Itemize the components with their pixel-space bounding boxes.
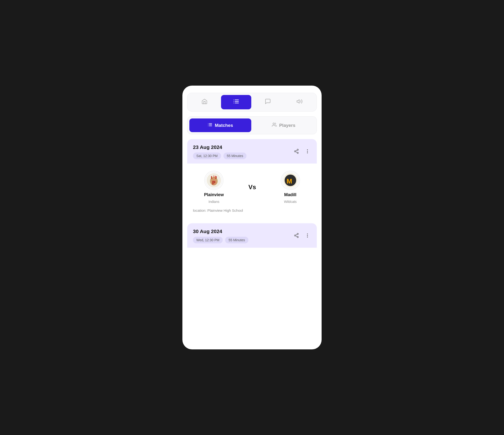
svg-marker-6 — [297, 100, 299, 103]
share-button-2[interactable] — [293, 232, 300, 240]
phone-container: Matches Players 23 Aug 2024 Sat, 12:30 P… — [182, 86, 322, 349]
match-1-duration: 55 Minutes — [224, 153, 246, 159]
svg-text:P: P — [212, 180, 215, 185]
match-card-2-header: 30 Aug 2024 Wed, 12:30 PM 55 Minutes — [187, 223, 317, 248]
svg-line-35 — [296, 234, 297, 235]
match-1-date: 23 Aug 2024 — [193, 144, 246, 150]
match-card-1: 23 Aug 2024 Sat, 12:30 PM 55 Minutes — [187, 139, 317, 218]
match-2-actions — [293, 232, 311, 240]
svg-point-19 — [307, 149, 308, 150]
svg-point-36 — [307, 234, 308, 234]
match-1-teams: P Plainview Indians Vs M — [187, 164, 317, 209]
match-1-date-info: 23 Aug 2024 Sat, 12:30 PM 55 Minutes — [193, 144, 246, 159]
svg-line-17 — [296, 152, 297, 153]
match-1-location: location: Plainview High School — [187, 209, 317, 218]
match-1-day-time: Sat, 12:30 PM — [193, 153, 221, 159]
tab-matches-list[interactable] — [221, 95, 251, 109]
players-tab-label: Players — [279, 123, 296, 128]
matches-tab-label: Matches — [215, 123, 233, 128]
players-tab[interactable]: Players — [253, 118, 315, 132]
match-2-date-info: 30 Aug 2024 Wed, 12:30 PM 55 Minutes — [193, 228, 248, 244]
match-card-2-peek: 30 Aug 2024 Wed, 12:30 PM 55 Minutes — [187, 223, 317, 248]
more-options-button-1[interactable] — [304, 148, 311, 156]
matches-list-icon — [207, 122, 212, 128]
list-icon — [233, 98, 239, 106]
team-madill-name: Madill — [284, 192, 297, 197]
svg-point-13 — [273, 123, 275, 125]
team-madill: M Madill Wildcats — [281, 171, 300, 204]
svg-line-34 — [296, 236, 297, 237]
matches-tab[interactable]: Matches — [189, 118, 251, 132]
team-plainview-mascot: Indians — [208, 200, 219, 204]
players-icon — [272, 122, 277, 128]
match-card-1-header: 23 Aug 2024 Sat, 12:30 PM 55 Minutes — [187, 139, 317, 164]
home-icon — [201, 98, 207, 106]
match-2-tags: Wed, 12:30 PM 55 Minutes — [193, 237, 248, 244]
chat-icon — [265, 98, 271, 106]
announcement-icon — [297, 98, 303, 106]
svg-point-38 — [307, 237, 308, 237]
match-2-date: 30 Aug 2024 — [193, 228, 248, 234]
team-plainview-name: Plainview — [204, 192, 224, 197]
match-2-duration: 55 Minutes — [225, 237, 248, 244]
match-1-location-text: location: Plainview High School — [193, 209, 243, 212]
svg-point-21 — [307, 153, 308, 153]
svg-point-20 — [307, 151, 308, 152]
segment-toggle: Matches Players — [187, 116, 317, 134]
match-2-day-time: Wed, 12:30 PM — [193, 237, 223, 244]
vs-text-1: Vs — [246, 183, 259, 191]
svg-point-37 — [307, 235, 308, 236]
tab-announcements[interactable] — [284, 95, 315, 109]
svg-line-18 — [296, 150, 297, 151]
tab-home[interactable] — [189, 95, 220, 109]
share-button-1[interactable] — [293, 148, 300, 156]
tab-bar — [187, 93, 317, 112]
match-1-tags: Sat, 12:30 PM 55 Minutes — [193, 153, 246, 159]
team-plainview: P Plainview Indians — [204, 171, 224, 204]
team-madill-mascot: Wildcats — [284, 200, 297, 204]
team-plainview-logo: P — [204, 171, 224, 190]
team-madill-logo: M — [281, 171, 300, 190]
tab-chat[interactable] — [253, 95, 283, 109]
match-1-actions — [293, 148, 311, 156]
more-options-button-2[interactable] — [304, 232, 311, 240]
